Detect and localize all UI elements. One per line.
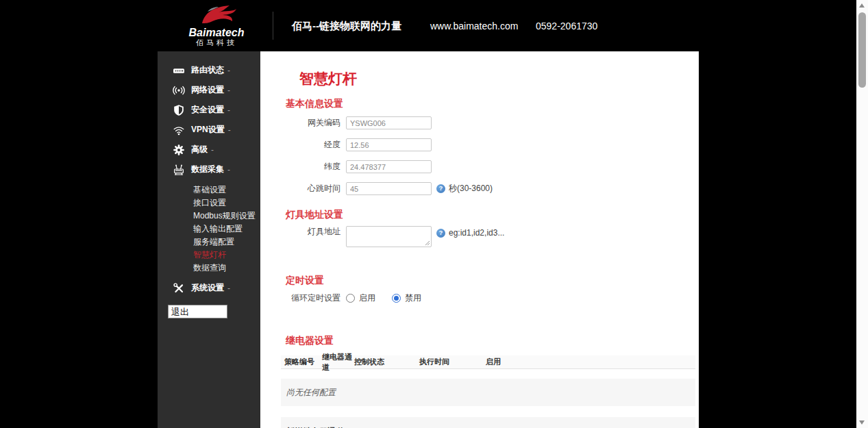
column-header-policy-number: 策略编号 xyxy=(284,357,322,367)
brand-name: Baimatech xyxy=(175,27,258,38)
submenu-item-io-config[interactable]: 输入输出配置 xyxy=(193,223,260,236)
column-header-exec-time: 执行时间 xyxy=(419,357,486,367)
submenu-item-modbus-rules[interactable]: Modbus规则设置 xyxy=(193,210,260,223)
lamp-address-section-title: 灯具地址设置 xyxy=(286,209,699,221)
sidebar-item-vpn-settings[interactable]: VPN设置 - xyxy=(158,120,260,140)
help-icon[interactable]: ? xyxy=(436,184,445,193)
network-icon xyxy=(172,84,186,97)
chevron-down-icon: - xyxy=(228,125,231,135)
relay-table-header: 策略编号 继电器通道 控制状态 执行时间 启用 xyxy=(281,355,695,369)
relay-table: 策略编号 继电器通道 控制状态 执行时间 启用 尚无任何配置 新增继电器通道: xyxy=(281,355,695,428)
page-title: 智慧灯杆 xyxy=(299,69,699,88)
vertical-scrollbar[interactable] xyxy=(856,0,868,428)
basic-info-section-title: 基本信息设置 xyxy=(286,98,699,110)
header-slogan: 佰马--链接物联网的力量 xyxy=(292,20,401,33)
lamp-address-textarea[interactable] xyxy=(346,226,432,247)
sidebar-item-system-settings[interactable]: 系统设置 - xyxy=(158,278,260,298)
sidebar-item-label: 数据采集 xyxy=(191,164,224,175)
router-icon xyxy=(172,64,186,77)
submenu-item-basic-settings[interactable]: 基础设置 xyxy=(193,184,260,197)
submenu-item-interface-settings[interactable]: 接口设置 xyxy=(193,197,260,210)
page-container: Baimatech 佰马科技 佰马--链接物联网的力量 www.baimatec… xyxy=(158,0,699,428)
cycle-timer-label: 循环定时设置 xyxy=(260,292,346,304)
submenu-item-data-query[interactable]: 数据查询 xyxy=(193,262,260,275)
horse-logo-icon xyxy=(191,3,242,27)
submenu-item-smart-light-pole[interactable]: 智慧灯杆 xyxy=(193,249,260,262)
sidebar: 路由状态 - 网络设置 - 安全设置 - xyxy=(158,51,260,428)
vpn-signal-icon xyxy=(172,124,186,136)
header-phone: 0592-2061730 xyxy=(536,21,597,32)
sidebar-item-data-collection[interactable]: 数据采集 - xyxy=(158,160,260,179)
latitude-row: 纬度 xyxy=(260,160,699,173)
heartbeat-hint-wrap: ? 秒(30-3600) xyxy=(436,183,493,194)
chevron-down-icon: - xyxy=(227,66,230,75)
sidebar-item-label: 高级 xyxy=(191,144,208,155)
relay-section-title: 继电器设置 xyxy=(286,335,699,347)
brand-name-cn: 佰马科技 xyxy=(175,38,258,47)
enable-radio-label[interactable]: 启用 xyxy=(359,292,375,304)
longitude-row: 经度 xyxy=(260,138,699,151)
data-collection-submenu: 基础设置 接口设置 Modbus规则设置 输入输出配置 服务端配置 智慧灯杆 数… xyxy=(158,179,260,276)
sidebar-item-network-settings[interactable]: 网络设置 - xyxy=(158,80,260,100)
chevron-down-icon: - xyxy=(227,105,230,115)
latitude-input[interactable] xyxy=(346,160,432,173)
longitude-label: 经度 xyxy=(260,139,346,151)
lamp-address-label: 灯具地址 xyxy=(260,226,346,238)
disable-radio-label[interactable]: 禁用 xyxy=(405,292,421,304)
add-relay-channel-row: 新增继电器通道: xyxy=(281,417,695,428)
header-website: www.baimatech.com xyxy=(430,21,518,32)
scrollbar-thumb[interactable] xyxy=(858,12,866,88)
main-content: 智慧灯杆 基本信息设置 网关编码 经度 纬度 xyxy=(260,51,699,428)
shield-icon xyxy=(172,104,186,116)
gear-icon xyxy=(172,144,186,156)
scroll-down-arrow-icon[interactable] xyxy=(859,420,865,425)
content-row: 路由状态 - 网络设置 - 安全设置 - xyxy=(158,51,699,428)
sidebar-item-router-status[interactable]: 路由状态 - xyxy=(158,60,260,80)
chevron-down-icon: - xyxy=(211,145,214,155)
lamp-address-textarea-wrap xyxy=(346,226,432,247)
gateway-code-row: 网关编码 xyxy=(260,116,699,129)
sidebar-item-label: 路由状态 xyxy=(191,64,224,76)
sidebar-item-advanced[interactable]: 高级 - xyxy=(158,140,260,160)
page-root: Baimatech 佰马科技 佰马--链接物联网的力量 www.baimatec… xyxy=(0,0,868,428)
longitude-input[interactable] xyxy=(346,138,432,151)
lamp-address-hint: eg:id1,id2,id3... xyxy=(449,228,504,238)
sidebar-item-label: VPN设置 xyxy=(191,124,225,136)
column-header-relay-channel: 继电器通道 xyxy=(322,352,354,373)
heartbeat-row: 心跳时间 ? 秒(30-3600) xyxy=(260,182,699,195)
data-collect-icon xyxy=(172,164,186,176)
brand-logo[interactable]: Baimatech 佰马科技 xyxy=(175,3,258,47)
logout-button[interactable]: 退出 xyxy=(168,305,227,318)
chevron-down-icon: - xyxy=(227,284,230,293)
cycle-timer-row: 循环定时设置 启用 禁用 xyxy=(260,292,699,304)
tools-icon xyxy=(172,282,186,294)
relay-table-empty-row: 尚无任何配置 xyxy=(281,379,695,406)
chevron-down-icon: - xyxy=(227,165,230,175)
lamp-address-hint-wrap: ? eg:id1,id2,id3... xyxy=(436,228,504,238)
heartbeat-hint: 秒(30-3600) xyxy=(449,183,493,194)
heartbeat-input[interactable] xyxy=(346,182,432,195)
lamp-address-row: 灯具地址 ? eg:id1,id2,id3... xyxy=(260,226,699,247)
basic-info-form: 网关编码 经度 纬度 心跳时间 ? xyxy=(260,116,699,195)
disable-radio[interactable] xyxy=(392,294,401,303)
header-divider xyxy=(273,12,273,40)
sidebar-item-security-settings[interactable]: 安全设置 - xyxy=(158,100,260,120)
timer-section-title: 定时设置 xyxy=(286,275,699,287)
heartbeat-label: 心跳时间 xyxy=(260,183,346,194)
column-header-enable: 启用 xyxy=(486,357,695,367)
sidebar-item-label: 网络设置 xyxy=(191,84,224,96)
column-header-control-state: 控制状态 xyxy=(354,357,419,367)
help-icon[interactable]: ? xyxy=(436,229,445,238)
header: Baimatech 佰马科技 佰马--链接物联网的力量 www.baimatec… xyxy=(158,0,699,51)
chevron-down-icon: - xyxy=(227,86,230,95)
sidebar-item-label: 系统设置 xyxy=(191,282,224,294)
submenu-item-server-config[interactable]: 服务端配置 xyxy=(193,236,260,249)
latitude-label: 纬度 xyxy=(260,161,346,173)
enable-radio[interactable] xyxy=(346,294,355,303)
scroll-up-arrow-icon[interactable] xyxy=(859,3,865,8)
sidebar-item-label: 安全设置 xyxy=(191,104,224,116)
gateway-code-label: 网关编码 xyxy=(260,117,346,129)
gateway-code-input[interactable] xyxy=(346,116,432,129)
